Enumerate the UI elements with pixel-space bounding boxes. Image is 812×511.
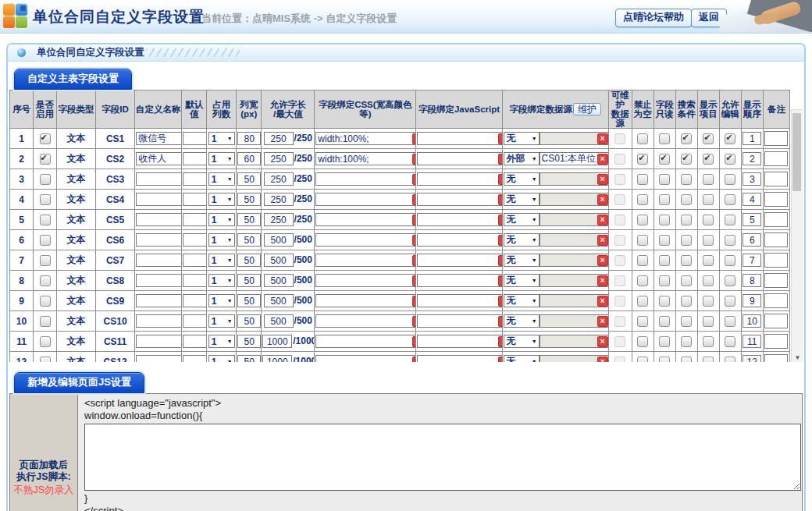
display-checkbox[interactable] [703, 357, 714, 362]
readonly-checkbox[interactable] [659, 336, 670, 347]
col-width-input[interactable] [237, 254, 261, 267]
maxlen-input[interactable] [264, 233, 294, 247]
css-binding-input[interactable] [315, 193, 416, 206]
required-checkbox[interactable] [637, 275, 648, 286]
datasource-select[interactable]: 无▼ [504, 193, 540, 206]
columns-select[interactable]: 1▼ [208, 193, 235, 206]
default-value-input[interactable] [183, 335, 207, 348]
remark-input[interactable] [764, 334, 788, 349]
css-binding-input[interactable] [315, 213, 416, 226]
search-checkbox[interactable] [681, 235, 692, 246]
edit-checkbox[interactable] [725, 275, 735, 286]
enabled-checkbox[interactable] [40, 174, 51, 185]
edit-checkbox[interactable] [725, 154, 735, 165]
display-checkbox[interactable] [703, 215, 714, 225]
maxlen-input[interactable] [264, 314, 294, 328]
vertical-scrollbar[interactable]: ▼ [791, 109, 803, 362]
edit-checkbox[interactable] [725, 194, 735, 205]
default-value-input[interactable] [183, 355, 207, 362]
maxlen-input[interactable] [264, 132, 294, 145]
datasource-select[interactable]: 无▼ [504, 294, 540, 307]
forum-help-button[interactable]: 点晴论坛帮助 [615, 9, 692, 27]
css-binding-input[interactable] [315, 254, 416, 267]
enabled-checkbox[interactable] [40, 255, 51, 266]
clear-icon[interactable] [597, 235, 608, 246]
readonly-checkbox[interactable] [659, 357, 670, 362]
js-binding-input[interactable] [417, 213, 502, 226]
display-order-input[interactable] [743, 213, 761, 226]
default-value-input[interactable] [183, 213, 207, 226]
js-binding-input[interactable] [417, 172, 502, 186]
css-binding-input[interactable] [315, 172, 416, 186]
remark-input[interactable] [764, 354, 788, 362]
tab-js-settings[interactable]: 新增及编辑页面JS设置 [14, 372, 144, 393]
remark-input[interactable] [764, 192, 788, 207]
required-checkbox[interactable] [637, 316, 648, 327]
readonly-checkbox[interactable] [659, 296, 670, 307]
enabled-checkbox[interactable] [40, 215, 51, 225]
css-binding-input[interactable] [315, 355, 416, 362]
required-checkbox[interactable] [637, 235, 648, 246]
custom-name-input[interactable] [136, 274, 182, 287]
col-width-input[interactable] [237, 335, 261, 348]
enabled-checkbox[interactable] [40, 336, 51, 347]
display-checkbox[interactable] [703, 316, 714, 327]
clear-icon[interactable] [412, 316, 416, 327]
clear-icon[interactable] [412, 235, 416, 246]
readonly-checkbox[interactable] [659, 235, 670, 246]
remark-input[interactable] [764, 172, 788, 186]
clear-icon[interactable] [597, 357, 608, 363]
scroll-down-arrow-icon[interactable]: ▼ [792, 354, 803, 361]
columns-select[interactable]: 1▼ [208, 355, 235, 362]
custom-name-input[interactable] [136, 314, 182, 328]
display-order-input[interactable] [743, 152, 761, 165]
required-checkbox[interactable] [637, 255, 648, 266]
custom-name-input[interactable] [136, 233, 182, 247]
edit-checkbox[interactable] [725, 316, 735, 327]
datasource-select[interactable]: 无▼ [504, 172, 540, 186]
columns-select[interactable]: 1▼ [208, 294, 235, 307]
js-binding-input[interactable] [417, 193, 502, 206]
enabled-checkbox[interactable] [40, 316, 51, 327]
display-checkbox[interactable] [703, 235, 714, 246]
columns-select[interactable]: 1▼ [208, 274, 235, 287]
display-order-input[interactable] [743, 254, 761, 267]
datasource-select[interactable]: 无▼ [504, 335, 540, 348]
required-checkbox[interactable] [637, 336, 648, 347]
required-checkbox[interactable] [637, 133, 648, 144]
css-binding-input[interactable] [315, 314, 416, 328]
edit-checkbox[interactable] [725, 174, 735, 185]
scrollbar-thumb[interactable] [792, 113, 801, 191]
maintain-button[interactable]: 维护 [573, 103, 601, 115]
js-binding-input[interactable] [417, 254, 502, 267]
display-order-input[interactable] [743, 172, 761, 186]
search-checkbox[interactable] [681, 133, 692, 144]
js-binding-input[interactable] [417, 274, 502, 287]
clear-icon[interactable] [498, 154, 502, 165]
enabled-checkbox[interactable] [40, 275, 51, 286]
remark-input[interactable] [764, 293, 788, 308]
maxlen-input[interactable] [264, 274, 294, 287]
readonly-checkbox[interactable] [659, 255, 670, 266]
display-checkbox[interactable] [703, 154, 714, 165]
js-binding-input[interactable] [417, 314, 502, 328]
required-checkbox[interactable] [637, 194, 648, 205]
enabled-checkbox[interactable] [40, 194, 51, 205]
default-value-input[interactable] [183, 193, 207, 206]
display-order-input[interactable] [743, 294, 761, 307]
clear-icon[interactable] [498, 194, 502, 205]
col-width-input[interactable] [237, 355, 261, 362]
js-binding-input[interactable] [417, 294, 502, 307]
readonly-checkbox[interactable] [659, 194, 670, 205]
clear-icon[interactable] [597, 154, 608, 165]
clear-icon[interactable] [597, 194, 608, 205]
clear-icon[interactable] [597, 215, 608, 225]
remark-input[interactable] [764, 232, 788, 247]
clear-icon[interactable] [498, 174, 502, 185]
readonly-checkbox[interactable] [659, 154, 670, 165]
clear-icon[interactable] [498, 133, 502, 144]
js-binding-input[interactable] [417, 355, 502, 362]
datasource-select[interactable]: 无▼ [504, 314, 540, 328]
edit-checkbox[interactable] [725, 357, 735, 362]
search-checkbox[interactable] [681, 336, 692, 347]
